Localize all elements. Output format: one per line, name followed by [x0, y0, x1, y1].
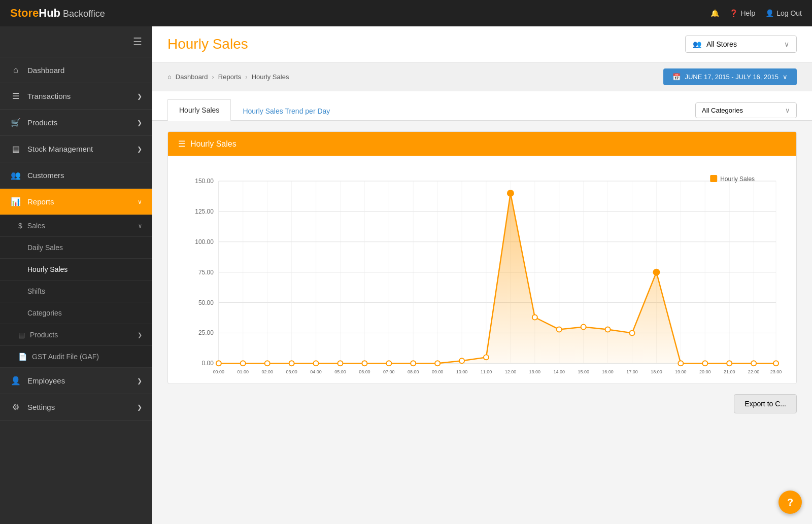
topbar: StoreHub Backoffice 🔔 ❓ Help 👤 Log Out	[0, 0, 812, 26]
page-header: Hourly Sales 👥 All Stores ∨	[152, 26, 812, 62]
category-selector[interactable]: All Categories ∨	[695, 102, 797, 118]
chevron-right-icon: ❯	[137, 93, 142, 100]
svg-text:0.00: 0.00	[202, 360, 214, 367]
sidebar-item-categories[interactable]: Categories	[0, 302, 152, 324]
sidebar-item-shifts[interactable]: Shifts	[0, 281, 152, 302]
svg-text:12:00: 12:00	[505, 369, 516, 374]
svg-point-79	[605, 327, 611, 332]
sidebar-item-employees[interactable]: 👤 Employees ❯	[0, 368, 152, 394]
dashboard-icon: ⌂	[10, 65, 21, 75]
svg-text:11:00: 11:00	[481, 369, 492, 374]
svg-point-82	[678, 361, 683, 366]
sidebar-label-dashboard: Dashboard	[27, 66, 64, 75]
sidebar-item-transactions[interactable]: ☰ Transactions ❯	[0, 83, 152, 110]
svg-point-84	[727, 361, 732, 366]
chevron-down-icon: ∨	[138, 198, 142, 205]
svg-point-76	[532, 315, 537, 320]
transactions-icon: ☰	[10, 91, 21, 101]
help-fab-icon: ?	[787, 497, 793, 508]
svg-text:20:00: 20:00	[699, 369, 710, 374]
store-selector[interactable]: 👥 All Stores ∨	[685, 36, 797, 53]
svg-point-86	[773, 361, 779, 366]
reports-submenu: $ Sales ∨ Daily Sales Hourly Sales Shift…	[0, 215, 152, 368]
gst-icon: 📄	[18, 353, 27, 361]
sidebar-sub-sales[interactable]: $ Sales ∨	[0, 215, 152, 237]
breadcrumb-sep-2: ›	[245, 73, 247, 81]
svg-rect-87	[710, 175, 717, 182]
category-label: All Categories	[702, 107, 743, 114]
svg-text:18:00: 18:00	[651, 369, 662, 374]
tab-trend[interactable]: Hourly Sales Trend per Day	[231, 100, 342, 121]
sidebar-toggle[interactable]: ☰	[0, 26, 152, 57]
logout-button[interactable]: 👤 Log Out	[765, 9, 802, 17]
svg-point-83	[702, 361, 707, 366]
svg-text:75.00: 75.00	[198, 269, 214, 276]
notifications-button[interactable]: 🔔	[710, 9, 719, 17]
svg-point-75	[507, 190, 514, 196]
chevron-down-icon: ∨	[785, 107, 790, 114]
hamburger-icon[interactable]: ☰	[133, 36, 142, 48]
svg-text:25.00: 25.00	[198, 329, 214, 336]
chart-body: 150.00 125.00 100.00 75.00 50.00 25.00 0…	[168, 156, 796, 383]
export-button[interactable]: Export to C...	[734, 394, 797, 413]
sidebar-label-employees: Employees	[27, 376, 65, 385]
svg-point-80	[630, 330, 635, 335]
chevron-right-icon: ❯	[137, 146, 142, 153]
sidebar: ☰ ⌂ Dashboard ☰ Transactions ❯ 🛒 Product…	[0, 26, 152, 524]
sidebar-sub-gst[interactable]: 📄 GST Audit File (GAF)	[0, 346, 152, 368]
breadcrumb: ⌂ Dashboard › Reports › Hourly Sales 📅 J…	[152, 62, 812, 91]
sidebar-sub-products[interactable]: ▤ Products ❯	[0, 324, 152, 346]
sidebar-item-stock[interactable]: ▤ Stock Management ❯	[0, 136, 152, 162]
help-button[interactable]: ❓ Help	[729, 9, 755, 17]
svg-text:10:00: 10:00	[456, 369, 467, 374]
chart-container: 150.00 125.00 100.00 75.00 50.00 25.00 0…	[178, 166, 786, 378]
svg-text:13:00: 13:00	[529, 369, 540, 374]
chevron-right-icon: ❯	[138, 332, 142, 338]
daily-sales-label: Daily Sales	[27, 243, 63, 252]
categories-label: Categories	[27, 309, 62, 317]
svg-text:05:00: 05:00	[334, 369, 346, 374]
breadcrumb-current: Hourly Sales	[252, 73, 289, 81]
sidebar-label-products: Products	[27, 118, 57, 127]
svg-point-68	[337, 361, 343, 366]
svg-point-77	[557, 327, 562, 332]
home-icon: ⌂	[167, 73, 172, 81]
svg-point-74	[484, 355, 489, 360]
sidebar-item-dashboard[interactable]: ⌂ Dashboard	[0, 57, 152, 83]
svg-point-85	[751, 361, 756, 366]
layout: ☰ ⌂ Dashboard ☰ Transactions ❯ 🛒 Product…	[0, 26, 812, 524]
svg-point-70	[386, 361, 391, 366]
svg-point-81	[653, 269, 659, 275]
sidebar-item-products[interactable]: 🛒 Products ❯	[0, 110, 152, 136]
svg-point-64	[241, 361, 246, 366]
sidebar-item-reports[interactable]: 📊 Reports ∨	[0, 189, 152, 215]
sidebar-label-settings: Settings	[27, 403, 55, 411]
sales-label: Sales	[27, 222, 45, 230]
breadcrumb-reports[interactable]: Reports	[218, 73, 242, 81]
logo-hub: Hub	[39, 7, 60, 19]
sidebar-item-customers[interactable]: 👥 Customers	[0, 162, 152, 189]
date-range-button[interactable]: 📅 JUNE 17, 2015 - JULY 16, 2015 ∨	[663, 68, 797, 85]
svg-text:100.00: 100.00	[195, 238, 214, 246]
sidebar-item-hourly-sales[interactable]: Hourly Sales	[0, 259, 152, 281]
svg-text:23:00: 23:00	[770, 369, 782, 374]
hourly-sales-label: Hourly Sales	[27, 265, 67, 273]
sidebar-item-settings[interactable]: ⚙ Settings ❯	[0, 394, 152, 421]
chart-menu-icon: ☰	[178, 139, 185, 149]
sidebar-label-transactions: Transactions	[27, 92, 71, 100]
svg-point-71	[411, 361, 416, 366]
topbar-right: 🔔 ❓ Help 👤 Log Out	[710, 9, 802, 17]
chart-title: Hourly Sales	[190, 139, 236, 149]
svg-text:15:00: 15:00	[578, 369, 589, 374]
svg-text:04:00: 04:00	[310, 369, 321, 374]
line-chart: 150.00 125.00 100.00 75.00 50.00 25.00 0…	[178, 166, 786, 378]
svg-point-66	[289, 361, 294, 366]
tab-hourly-sales[interactable]: Hourly Sales	[167, 99, 231, 121]
sidebar-item-daily-sales[interactable]: Daily Sales	[0, 237, 152, 259]
help-fab-button[interactable]: ?	[779, 491, 802, 514]
svg-text:06:00: 06:00	[359, 369, 370, 374]
svg-text:17:00: 17:00	[626, 369, 637, 374]
tabs-row: Hourly Sales Hourly Sales Trend per Day …	[152, 91, 812, 121]
customers-icon: 👥	[10, 170, 21, 180]
breadcrumb-dashboard[interactable]: Dashboard	[176, 73, 208, 81]
